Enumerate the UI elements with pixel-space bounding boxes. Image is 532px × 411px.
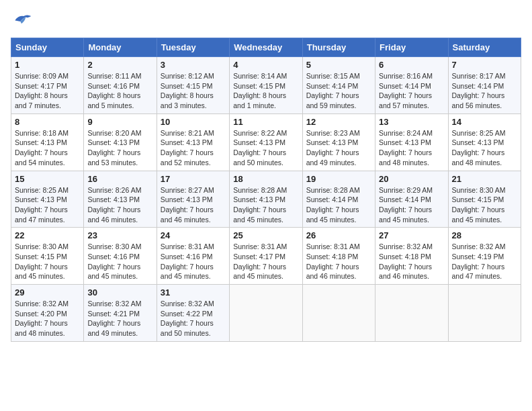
day-number: 16 — [87, 174, 152, 184]
day-info: Sunrise: 8:14 AMSunset: 4:15 PMDaylight:… — [233, 71, 298, 111]
day-number: 23 — [87, 230, 152, 240]
calendar-cell: 1Sunrise: 8:09 AMSunset: 4:17 PMDaylight… — [11, 57, 84, 114]
day-number: 15 — [15, 174, 80, 184]
day-info: Sunrise: 8:32 AMSunset: 4:18 PMDaylight:… — [379, 242, 444, 281]
calendar-cell: 27Sunrise: 8:32 AMSunset: 4:18 PMDayligh… — [375, 228, 448, 285]
day-number: 4 — [233, 60, 298, 70]
calendar-cell: 17Sunrise: 8:27 AMSunset: 4:13 PMDayligh… — [157, 171, 229, 228]
calendar-cell: 16Sunrise: 8:26 AMSunset: 4:13 PMDayligh… — [84, 171, 157, 228]
weekday-header: Monday — [84, 38, 157, 57]
weekday-header: Friday — [375, 38, 448, 57]
day-info: Sunrise: 8:09 AMSunset: 4:17 PMDaylight:… — [15, 71, 80, 111]
day-number: 18 — [233, 174, 298, 184]
day-info: Sunrise: 8:28 AMSunset: 4:14 PMDaylight:… — [306, 185, 371, 225]
calendar-cell: 5Sunrise: 8:15 AMSunset: 4:14 PMDaylight… — [302, 57, 375, 114]
calendar-cell: 13Sunrise: 8:24 AMSunset: 4:13 PMDayligh… — [375, 113, 448, 171]
logo-icon — [11, 11, 32, 30]
calendar-week-row: 15Sunrise: 8:25 AMSunset: 4:13 PMDayligh… — [11, 171, 521, 228]
calendar-cell: 4Sunrise: 8:14 AMSunset: 4:15 PMDaylight… — [230, 57, 302, 114]
calendar-cell: 25Sunrise: 8:31 AMSunset: 4:17 PMDayligh… — [230, 228, 302, 285]
weekday-header: Sunday — [11, 38, 84, 57]
day-info: Sunrise: 8:11 AMSunset: 4:16 PMDaylight:… — [87, 71, 152, 111]
calendar-cell — [448, 285, 521, 342]
weekday-header: Tuesday — [157, 38, 229, 57]
calendar-cell: 28Sunrise: 8:32 AMSunset: 4:19 PMDayligh… — [448, 228, 521, 285]
day-info: Sunrise: 8:27 AMSunset: 4:13 PMDaylight:… — [161, 185, 226, 225]
day-number: 22 — [15, 230, 80, 240]
calendar-cell: 14Sunrise: 8:25 AMSunset: 4:13 PMDayligh… — [448, 113, 521, 171]
calendar-cell: 2Sunrise: 8:11 AMSunset: 4:16 PMDaylight… — [84, 57, 157, 114]
day-info: Sunrise: 8:29 AMSunset: 4:14 PMDaylight:… — [379, 185, 444, 225]
calendar-week-row: 29Sunrise: 8:32 AMSunset: 4:20 PMDayligh… — [11, 285, 521, 342]
calendar-cell — [230, 285, 302, 342]
calendar-cell: 21Sunrise: 8:30 AMSunset: 4:15 PMDayligh… — [448, 171, 521, 228]
calendar-cell: 8Sunrise: 8:18 AMSunset: 4:13 PMDaylight… — [11, 113, 84, 171]
calendar-week-row: 22Sunrise: 8:30 AMSunset: 4:15 PMDayligh… — [11, 228, 521, 285]
day-info: Sunrise: 8:30 AMSunset: 4:16 PMDaylight:… — [87, 242, 152, 281]
weekday-header: Saturday — [448, 38, 521, 57]
calendar-cell: 24Sunrise: 8:31 AMSunset: 4:16 PMDayligh… — [157, 228, 229, 285]
day-number: 24 — [161, 230, 226, 240]
day-info: Sunrise: 8:12 AMSunset: 4:15 PMDaylight:… — [161, 71, 226, 111]
day-info: Sunrise: 8:21 AMSunset: 4:13 PMDaylight:… — [161, 128, 226, 168]
day-number: 21 — [452, 174, 517, 184]
weekday-header: Thursday — [302, 38, 375, 57]
calendar-cell: 15Sunrise: 8:25 AMSunset: 4:13 PMDayligh… — [11, 171, 84, 228]
calendar-cell: 9Sunrise: 8:20 AMSunset: 4:13 PMDaylight… — [84, 113, 157, 171]
day-number: 8 — [15, 117, 80, 127]
calendar-cell: 19Sunrise: 8:28 AMSunset: 4:14 PMDayligh… — [302, 171, 375, 228]
day-number: 12 — [306, 117, 371, 127]
calendar-cell: 11Sunrise: 8:22 AMSunset: 4:13 PMDayligh… — [230, 113, 302, 171]
day-number: 26 — [306, 230, 371, 240]
calendar-cell: 12Sunrise: 8:23 AMSunset: 4:13 PMDayligh… — [302, 113, 375, 171]
day-number: 5 — [306, 60, 371, 70]
calendar-week-row: 8Sunrise: 8:18 AMSunset: 4:13 PMDaylight… — [11, 113, 521, 171]
day-info: Sunrise: 8:32 AMSunset: 4:20 PMDaylight:… — [15, 299, 80, 338]
day-number: 9 — [87, 117, 152, 127]
day-info: Sunrise: 8:28 AMSunset: 4:13 PMDaylight:… — [233, 185, 298, 225]
day-info: Sunrise: 8:18 AMSunset: 4:13 PMDaylight:… — [15, 128, 80, 168]
day-number: 1 — [15, 60, 80, 70]
day-info: Sunrise: 8:23 AMSunset: 4:13 PMDaylight:… — [306, 128, 371, 168]
calendar-cell: 26Sunrise: 8:31 AMSunset: 4:18 PMDayligh… — [302, 228, 375, 285]
calendar-cell — [302, 285, 375, 342]
page-header — [11, 11, 521, 30]
calendar-cell: 31Sunrise: 8:32 AMSunset: 4:22 PMDayligh… — [157, 285, 229, 342]
calendar-cell: 6Sunrise: 8:16 AMSunset: 4:14 PMDaylight… — [375, 57, 448, 114]
day-info: Sunrise: 8:16 AMSunset: 4:14 PMDaylight:… — [379, 71, 444, 111]
calendar-week-row: 1Sunrise: 8:09 AMSunset: 4:17 PMDaylight… — [11, 57, 521, 114]
day-info: Sunrise: 8:25 AMSunset: 4:13 PMDaylight:… — [452, 128, 517, 168]
calendar-table: SundayMondayTuesdayWednesdayThursdayFrid… — [11, 38, 521, 342]
day-info: Sunrise: 8:31 AMSunset: 4:18 PMDaylight:… — [306, 242, 371, 281]
day-info: Sunrise: 8:31 AMSunset: 4:16 PMDaylight:… — [161, 242, 226, 281]
day-number: 27 — [379, 230, 444, 240]
day-number: 14 — [452, 117, 517, 127]
day-number: 17 — [161, 174, 226, 184]
day-info: Sunrise: 8:31 AMSunset: 4:17 PMDaylight:… — [233, 242, 298, 281]
day-number: 7 — [452, 60, 517, 70]
calendar-cell: 7Sunrise: 8:17 AMSunset: 4:14 PMDaylight… — [448, 57, 521, 114]
day-info: Sunrise: 8:26 AMSunset: 4:13 PMDaylight:… — [87, 185, 152, 225]
day-number: 31 — [161, 287, 226, 298]
calendar-cell: 20Sunrise: 8:29 AMSunset: 4:14 PMDayligh… — [375, 171, 448, 228]
day-info: Sunrise: 8:25 AMSunset: 4:13 PMDaylight:… — [15, 185, 80, 225]
day-number: 3 — [161, 60, 226, 70]
calendar-cell: 29Sunrise: 8:32 AMSunset: 4:20 PMDayligh… — [11, 285, 84, 342]
day-number: 29 — [15, 287, 80, 298]
day-info: Sunrise: 8:32 AMSunset: 4:21 PMDaylight:… — [87, 299, 152, 338]
day-info: Sunrise: 8:17 AMSunset: 4:14 PMDaylight:… — [452, 71, 517, 111]
day-info: Sunrise: 8:20 AMSunset: 4:13 PMDaylight:… — [87, 128, 152, 168]
calendar-cell: 30Sunrise: 8:32 AMSunset: 4:21 PMDayligh… — [84, 285, 157, 342]
calendar-cell: 22Sunrise: 8:30 AMSunset: 4:15 PMDayligh… — [11, 228, 84, 285]
day-info: Sunrise: 8:32 AMSunset: 4:22 PMDaylight:… — [161, 299, 226, 338]
calendar-cell: 18Sunrise: 8:28 AMSunset: 4:13 PMDayligh… — [230, 171, 302, 228]
weekday-header: Wednesday — [230, 38, 302, 57]
day-number: 20 — [379, 174, 444, 184]
day-number: 25 — [233, 230, 298, 240]
logo — [11, 11, 35, 30]
day-number: 30 — [87, 287, 152, 298]
calendar-cell: 10Sunrise: 8:21 AMSunset: 4:13 PMDayligh… — [157, 113, 229, 171]
calendar-header-row: SundayMondayTuesdayWednesdayThursdayFrid… — [11, 38, 521, 57]
day-number: 2 — [87, 60, 152, 70]
day-number: 6 — [379, 60, 444, 70]
